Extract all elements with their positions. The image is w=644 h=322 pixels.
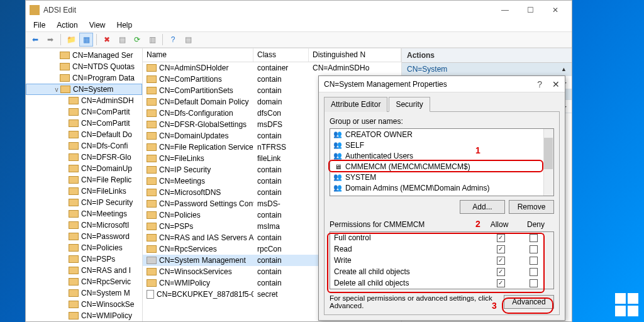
tree-node[interactable]: vCN=System (26, 84, 142, 95)
folder-icon (147, 87, 157, 94)
tree-node[interactable]: CN=WinsockSe (26, 299, 142, 310)
tree-node[interactable]: CN=AdminSDH (26, 95, 142, 106)
scrollbar[interactable] (543, 232, 553, 289)
advanced-button[interactable]: Advanced (504, 295, 554, 309)
remove-button[interactable]: Remove (509, 200, 554, 214)
principal-row[interactable]: 👥SELF (330, 140, 553, 150)
tree-node[interactable]: CN=FileLinks (26, 186, 142, 197)
tree-node[interactable]: CN=System M (26, 287, 142, 299)
tree-node[interactable]: CN=IP Security (26, 197, 142, 208)
advanced-text: For special permissions or advanced sett… (330, 294, 499, 309)
tree-node[interactable]: CN=RAS and I (26, 265, 142, 276)
principal-row[interactable]: 🖥CMMEMCM (MEMCM\CMMEMCM$) (330, 161, 553, 172)
tree-node[interactable]: CN=WMIPolicy (26, 310, 142, 321)
minimize-button[interactable]: — (492, 3, 518, 18)
col-dn[interactable]: Distinguished N (309, 48, 401, 62)
scrollbar[interactable] (543, 129, 553, 196)
tree-label: CN=Policies (81, 243, 123, 252)
menu-view[interactable]: View (84, 19, 111, 31)
tree-node[interactable]: CN=Meetings (26, 208, 142, 219)
tab-security[interactable]: Security (389, 97, 430, 112)
tree-node[interactable]: CN=File Replic (26, 174, 142, 186)
forward-button[interactable]: ➡ (43, 33, 57, 47)
col-name[interactable]: Name (143, 48, 253, 62)
dialog-help-button[interactable]: ? (537, 79, 542, 89)
folder-icon (69, 289, 79, 297)
tree-node[interactable]: CN=Password (26, 231, 142, 242)
col-class[interactable]: Class (253, 48, 309, 62)
deny-checkbox[interactable] (530, 257, 538, 265)
tree-label: CN=DomainUp (81, 164, 132, 173)
tree-label: CN=PSPs (81, 255, 115, 264)
close-button[interactable]: ✕ (543, 3, 568, 18)
deny-checkbox[interactable] (530, 234, 538, 242)
actions-section-system[interactable]: CN=System ▲ (402, 63, 572, 76)
tree-pane[interactable]: CN=Managed SerCN=NTDS QuotasCN=Program D… (26, 48, 143, 321)
folder-icon (147, 223, 157, 230)
actions-header: Actions (402, 48, 572, 63)
deny-checkbox[interactable] (530, 268, 538, 276)
allow-checkbox[interactable]: ✓ (497, 234, 505, 242)
folder-icon (69, 199, 79, 206)
tree-node[interactable]: CN=Policies (26, 242, 142, 253)
allow-checkbox[interactable]: ✓ (497, 257, 505, 265)
refresh-icon[interactable]: ⟳ (130, 33, 144, 47)
maximize-button[interactable]: ☐ (518, 3, 543, 18)
tab-attribute-editor[interactable]: Attribute Editor (324, 97, 387, 112)
principal-row[interactable]: 👥Domain Admins (MEMCM\Domain Admins) (330, 182, 553, 193)
folder-icon (147, 166, 157, 174)
tree-label: CN=Managed Ser (72, 51, 133, 60)
folder-icon (147, 109, 157, 117)
list-header[interactable]: Name Class Distinguished N (143, 48, 401, 62)
tree-node[interactable]: CN=MicrosoftI (26, 219, 142, 231)
tree-node[interactable]: CN=Program Data (26, 72, 142, 84)
menu-file[interactable]: File (28, 19, 50, 31)
export-icon[interactable]: ▥ (145, 33, 159, 47)
allow-checkbox[interactable]: ✓ (497, 279, 505, 287)
app-icon (30, 5, 40, 15)
folder-icon (147, 279, 157, 287)
tree-node[interactable]: CN=DomainUp (26, 163, 142, 174)
tree-label: CN=FileLinks (81, 187, 126, 196)
collapse-icon[interactable]: ▲ (561, 66, 567, 72)
tree-node[interactable]: CN=Dfs-Confi (26, 140, 142, 152)
allow-checkbox[interactable]: ✓ (497, 268, 505, 276)
windows-logo-icon (615, 293, 639, 317)
folder-icon (69, 210, 79, 218)
view-button[interactable]: ▦ (79, 33, 93, 47)
tree-label: CN=System (73, 85, 113, 94)
list-row[interactable]: CN=AdminSDHoldercontainerCN=AdminSDHo (143, 62, 401, 74)
folder-icon (69, 153, 79, 161)
delete-button[interactable]: ✖ (100, 33, 114, 47)
principal-row[interactable]: 👥SYSTEM (330, 172, 553, 182)
menu-action[interactable]: Action (52, 19, 82, 31)
allow-checkbox[interactable]: ✓ (497, 245, 505, 253)
dialog-close-button[interactable]: ✕ (552, 79, 560, 89)
folder-icon (69, 176, 79, 184)
deny-checkbox[interactable] (530, 279, 538, 287)
permission-row: Delete all child objects✓ (330, 277, 553, 289)
tree-node[interactable]: CN=PSPs (26, 253, 142, 265)
principal-row[interactable]: 👥Authenticated Users (330, 150, 553, 161)
principal-row[interactable]: 👥CREATOR OWNER (330, 129, 553, 140)
scrollbar-thumb[interactable] (544, 138, 553, 169)
properties-icon[interactable]: ▤ (115, 33, 129, 47)
deny-checkbox[interactable] (530, 245, 538, 253)
options-icon[interactable]: ▤ (181, 33, 195, 47)
permissions-listbox[interactable]: Full control✓Read✓Write✓Create all child… (330, 231, 554, 289)
add-button[interactable]: Add... (460, 200, 505, 214)
up-button[interactable]: 📁 (64, 33, 78, 47)
back-button[interactable]: ⬅ (28, 33, 42, 47)
principals-listbox[interactable]: 👥CREATOR OWNER👥SELF👥Authenticated Users🖥… (330, 128, 554, 196)
tree-node[interactable]: CN=DFSR-Glo (26, 152, 142, 163)
tree-node[interactable]: CN=Managed Ser (26, 50, 142, 61)
tree-node[interactable]: CN=NTDS Quotas (26, 61, 142, 72)
help-icon[interactable]: ? (166, 33, 180, 47)
tree-node[interactable]: CN=RpcServic (26, 276, 142, 287)
group-icon: 👥 (333, 130, 343, 139)
tree-node[interactable]: CN=Default Do (26, 129, 142, 140)
tree-node[interactable]: CN=ComPartit (26, 118, 142, 129)
folder-icon (69, 278, 79, 286)
tree-node[interactable]: CN=ComPartit (26, 106, 142, 118)
menu-help[interactable]: Help (112, 19, 138, 31)
